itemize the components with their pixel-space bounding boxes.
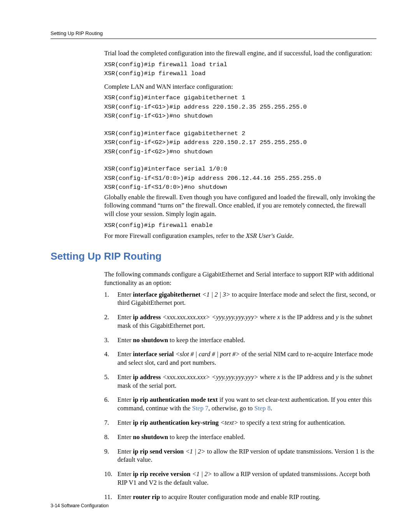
running-header: Setting Up RIP Routing: [51, 30, 376, 36]
text: Enter: [117, 448, 133, 455]
param: <xxx.xxx.xxx.xxx> <yyy.yyy.yyy.yyy>: [163, 373, 258, 381]
step-link[interactable]: Step 8: [254, 404, 271, 412]
list-item: Enter interface gigabitethernet <1 | 2 |…: [104, 290, 376, 308]
code-line: XSR(config-if<G2>)#no shutdown: [104, 148, 376, 156]
var: y: [336, 373, 338, 381]
text: to keep the interface enabled.: [168, 433, 245, 441]
cmd: ip rip send version: [133, 448, 186, 455]
spacer: [104, 125, 376, 130]
text: is the IP address and: [280, 373, 336, 381]
text: .: [271, 404, 272, 412]
text: .: [292, 232, 294, 239]
code-line: XSR(config-if<G1>)#ip address 220.150.2.…: [104, 103, 376, 111]
param: <1 | 2>: [186, 448, 206, 455]
list-item: Enter interface serial <slot # | card # …: [104, 350, 376, 367]
text: where: [258, 313, 277, 321]
text: Enter: [117, 336, 133, 344]
param: <text>: [220, 419, 238, 426]
param: <xxx.xxx.xxx.xxx> <yyy.yyy.yyy.yyy>: [163, 313, 258, 321]
text: Enter: [117, 396, 133, 403]
intro-para-1: Trial load the completed configuration i…: [104, 49, 376, 58]
cmd: interface gigabitethernet: [133, 291, 202, 298]
code-line: XSR(config-if<G2>)#ip address 220.150.2.…: [104, 139, 376, 146]
text: , otherwise, go to: [208, 404, 254, 412]
code-line: XSR(config)#interface gigabitethernet 1: [104, 94, 376, 102]
page-footer: 3-14 Software Configuration: [51, 503, 108, 508]
text: Enter: [117, 313, 133, 321]
cmd: ip address: [133, 313, 163, 321]
text: Enter: [117, 350, 133, 358]
section-intro: The following commands configure a Gigab…: [104, 270, 376, 287]
code-line: XSR(config)#ip firewall load: [104, 70, 376, 77]
text: to specify a text string for authenticat…: [238, 419, 346, 426]
step-list: Enter interface gigabitethernet <1 | 2 |…: [104, 290, 376, 501]
param: <1 | 2>: [192, 470, 212, 478]
cmd: ip rip receive version: [133, 470, 192, 478]
text: For more Firewall configuration examples…: [104, 232, 246, 239]
spacer: [104, 160, 376, 165]
text: is the IP address and: [280, 313, 336, 321]
section-content: The following commands configure a Gigab…: [104, 270, 376, 501]
text: where: [258, 373, 277, 381]
param: <1 | 2 | 3>: [202, 291, 231, 298]
body-para: For more Firewall configuration examples…: [104, 232, 376, 240]
cmd: no shutdown: [133, 336, 168, 344]
cmd: router rip: [133, 493, 160, 501]
cmd: ip rip authentication mode text: [133, 396, 218, 403]
list-item: Enter router rip to acquire Router confi…: [104, 493, 376, 501]
text: Enter: [117, 291, 133, 298]
code-block-3: XSR(config)#interface gigabitethernet 2 …: [104, 130, 376, 156]
code-block-1: XSR(config)#ip firewall load trial XSR(c…: [104, 61, 376, 78]
list-item: Enter ip rip receive version <1 | 2> to …: [104, 470, 376, 487]
code-line: XSR(config)#ip firewall load trial: [104, 61, 376, 69]
code-line: XSR(config)#interface gigabitethernet 2: [104, 130, 376, 137]
main-content: Trial load the completed configuration i…: [104, 49, 376, 240]
section-heading: Setting Up RIP Routing: [51, 250, 376, 262]
intro-para-2: Complete LAN and WAN interface configura…: [104, 83, 376, 91]
param: <slot # | card # | port #>: [175, 350, 240, 358]
cmd: ip rip authentication key-string: [133, 419, 220, 426]
text: Enter: [117, 373, 133, 381]
var: x: [277, 373, 280, 381]
list-item: Enter ip rip authentication key-string <…: [104, 418, 376, 427]
code-block-4: XSR(config)#interface serial 1/0:0 XSR(c…: [104, 165, 376, 191]
code-block-2: XSR(config)#interface gigabitethernet 1 …: [104, 94, 376, 120]
header-rule: [51, 39, 376, 39]
text: to keep the interface enabled.: [168, 336, 245, 344]
text: Enter: [117, 433, 133, 441]
code-line: XSR(config)#ip firewall enable: [104, 222, 376, 229]
list-item: Enter ip rip authentication mode text if…: [104, 396, 376, 413]
step-link[interactable]: Step 7: [192, 404, 208, 412]
list-item: Enter no shutdown to keep the interface …: [104, 433, 376, 441]
list-item: Enter no shutdown to keep the interface …: [104, 336, 376, 345]
code-line: XSR(config-if<G1>)#no shutdown: [104, 112, 376, 120]
list-item: Enter ip rip send version <1 | 2> to all…: [104, 447, 376, 464]
text: Enter: [117, 419, 133, 426]
code-line: XSR(config-if<S1/0:0>)#no shutdown: [104, 183, 376, 191]
cmd: ip address: [133, 373, 163, 381]
code-block-5: XSR(config)#ip firewall enable: [104, 222, 376, 229]
text: to acquire Router configuration mode and…: [160, 493, 320, 501]
cmd: no shutdown: [133, 433, 168, 441]
list-item: Enter ip address <xxx.xxx.xxx.xxx> <yyy.…: [104, 373, 376, 390]
text: Enter: [117, 493, 133, 501]
text: Enter: [117, 470, 133, 478]
var: y: [336, 313, 338, 321]
doc-title-ref: XSR User's Guide: [246, 232, 292, 239]
body-para: Globally enable the firewall. Even thoug…: [104, 193, 376, 218]
var: x: [277, 313, 280, 321]
list-item: Enter ip address <xxx.xxx.xxx.xxx> <yyy.…: [104, 313, 376, 330]
code-line: XSR(config-if<S1/0:0>)#ip address 206.12…: [104, 174, 376, 182]
code-line: XSR(config)#interface serial 1/0:0: [104, 165, 376, 173]
cmd: interface serial: [133, 350, 175, 358]
